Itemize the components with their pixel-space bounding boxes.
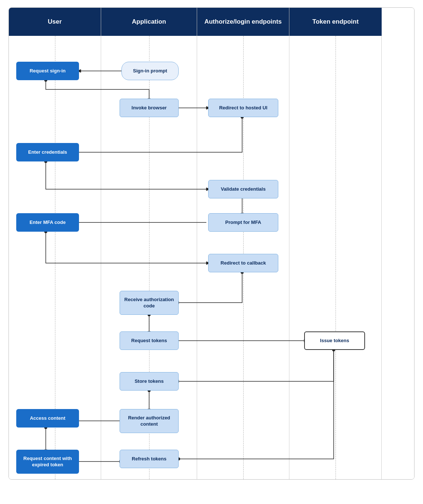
node-redirect-callback: Redirect to callback — [208, 254, 278, 272]
header-user: User — [9, 8, 101, 36]
node-render-content: Render authorized content — [120, 409, 179, 433]
lane-token — [289, 36, 382, 479]
node-invoke-browser: Invoke browser — [120, 99, 179, 117]
header-application: Application — [101, 8, 197, 36]
diagram-container: User Application Authorize/login endpoin… — [8, 7, 415, 480]
node-request-expired: Request content with expired token — [16, 450, 79, 474]
header-authorize: Authorize/login endpoints — [197, 8, 289, 36]
header-token: Token endpoint — [289, 8, 382, 36]
node-signin-prompt: Sign-in prompt — [121, 62, 179, 80]
node-issue-tokens: Issue tokens — [304, 331, 365, 350]
node-access-content: Access content — [16, 409, 79, 428]
node-refresh-tokens: Refresh tokens — [120, 450, 179, 468]
node-request-signin: Request sign-in — [16, 62, 79, 80]
node-prompt-mfa: Prompt for MFA — [208, 213, 278, 232]
node-enter-mfa: Enter MFA code — [16, 213, 79, 232]
node-enter-credentials: Enter credentials — [16, 143, 79, 161]
header-row: User Application Authorize/login endpoin… — [9, 8, 414, 36]
node-validate-credentials: Validate credentials — [208, 180, 278, 198]
node-redirect-hosted-ui: Redirect to hosted UI — [208, 99, 278, 117]
node-request-tokens: Request tokens — [120, 331, 179, 350]
body-area: Request sign-in Enter credentials Enter … — [9, 36, 414, 479]
node-store-tokens: Store tokens — [120, 372, 179, 391]
node-receive-auth-code: Receive authorization code — [120, 291, 179, 315]
